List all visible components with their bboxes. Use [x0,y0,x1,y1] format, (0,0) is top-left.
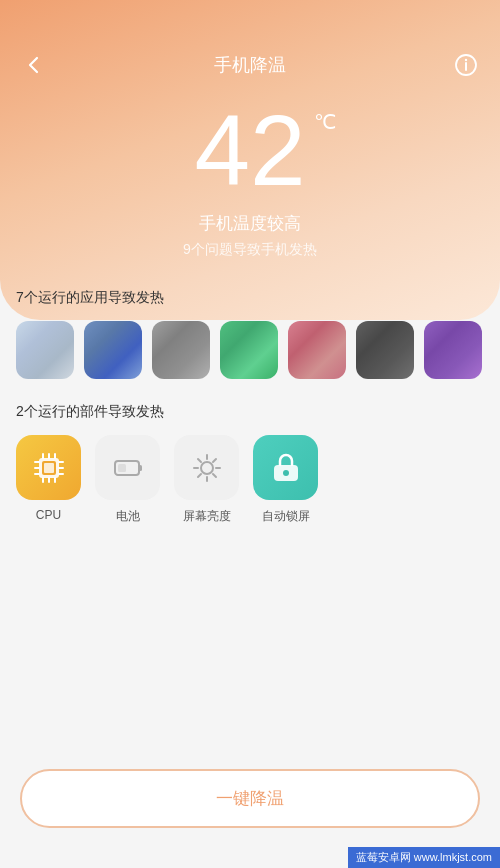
info-button[interactable] [452,51,480,79]
watermark: 蓝莓安卓网 www.lmkjst.com [348,847,500,868]
component-brightness[interactable]: 屏幕亮度 [174,435,239,525]
cpu-label: CPU [36,508,61,522]
content-area: 7个运行的应用导致发热 2个运行的部件导致发热 [0,289,500,525]
list-item[interactable] [424,321,482,379]
lock-icon [270,451,302,485]
apps-section-title: 7个运行的应用导致发热 [16,289,484,307]
list-item[interactable] [16,321,74,379]
svg-point-31 [283,470,289,476]
lock-icon-box [253,435,318,500]
svg-point-21 [201,462,213,474]
svg-point-2 [465,59,467,61]
app-icons-row [16,321,484,379]
bottom-area: 一键降温 [0,769,500,828]
battery-icon [111,451,145,485]
list-item[interactable] [152,321,210,379]
component-battery[interactable]: 电池 [95,435,160,525]
brightness-label: 屏幕亮度 [183,508,231,525]
component-autolock[interactable]: 自动锁屏 [253,435,318,525]
svg-rect-20 [118,464,126,472]
list-item[interactable] [84,321,142,379]
components-section: 2个运行的部件导致发热 [16,403,484,525]
component-icons-row: CPU 电池 [16,435,484,525]
list-item[interactable] [356,321,414,379]
page-title: 手机降温 [214,53,286,77]
cool-button[interactable]: 一键降温 [20,769,480,828]
brightness-icon [190,451,224,485]
list-item[interactable] [288,321,346,379]
battery-icon-box [95,435,160,500]
cpu-icon-box [16,435,81,500]
component-cpu[interactable]: CPU [16,435,81,525]
battery-label: 电池 [116,508,140,525]
temperature-unit: ℃ [314,110,336,134]
svg-line-27 [213,474,216,477]
temperature-status: 手机温度较高 [0,212,500,235]
apps-section: 7个运行的应用导致发热 [16,289,484,379]
svg-line-26 [198,459,201,462]
temperature-description: 9个问题导致手机发热 [0,241,500,259]
back-button[interactable] [20,51,48,79]
svg-rect-5 [44,463,54,473]
list-item[interactable] [220,321,278,379]
svg-rect-19 [139,465,142,471]
svg-line-28 [213,459,216,462]
temperature-section: 42 ℃ 手机温度较高 9个问题导致手机发热 [0,80,500,259]
header: 手机降温 [0,0,500,80]
svg-line-29 [198,474,201,477]
autolock-label: 自动锁屏 [262,508,310,525]
components-section-title: 2个运行的部件导致发热 [16,403,484,421]
brightness-icon-box [174,435,239,500]
cpu-icon [31,450,67,486]
temperature-value: 42 [194,100,305,200]
